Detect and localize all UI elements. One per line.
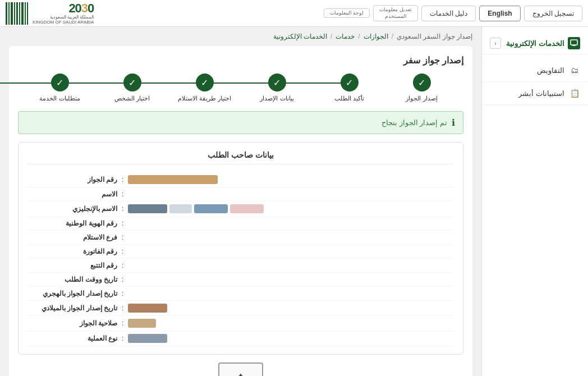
- svg-rect-7: [25, 2, 26, 25]
- step-label-1: متطلبات الخدمة: [39, 95, 80, 102]
- sidebar-item-absher[interactable]: 📋 استبيانات أبشر: [482, 82, 588, 105]
- branch-label: فرع الاستلام: [27, 233, 117, 241]
- svg-rect-6: [21, 2, 24, 25]
- data-row-issue-miladi: : تاريخ إصدار الجواز بالميلادي: [27, 301, 454, 316]
- sidebar-header-icon: [568, 37, 580, 49]
- breadcrumb-link-3[interactable]: الجوازات: [364, 33, 388, 40]
- svg-rect-0: [6, 2, 7, 25]
- main-layout: الخدمات الإلكترونية ‹ 🗂 التفاويض 📋 استبي…: [0, 27, 588, 376]
- svg-rect-1: [8, 2, 10, 25]
- operation-type-label: نوع العملية: [27, 334, 117, 342]
- passport-num-value: [128, 175, 218, 184]
- operation-type-value: [128, 334, 167, 343]
- data-row-issue-hijri: : تاريخ إصدار الجواز بالهجري: [27, 287, 454, 301]
- stepper: ✓ إصدار الجواز ✓ تأكيد الطلب ✓ بيانات ال…: [18, 74, 463, 102]
- step-6: ✓ إصدار الجواز: [385, 74, 458, 102]
- step-4: ✓ بيانات الإصدار: [241, 74, 313, 102]
- data-card: بيانات صاحب الطلب : رقم الجواز : الاسم: [18, 142, 463, 355]
- services-guide-button[interactable]: دليل الخدمات: [421, 6, 476, 21]
- step-1: ✓ متطلبات الخدمة: [24, 74, 96, 102]
- data-row-name-en: : الاسم بالإنجليزي: [27, 201, 454, 217]
- issue-miladi-label: تاريخ إصدار الجواز بالميلادي: [27, 304, 117, 312]
- sidebar: الخدمات الإلكترونية ‹ 🗂 التفاويض 📋 استبي…: [481, 27, 588, 376]
- svg-rect-4: [16, 2, 18, 25]
- svg-rect-3: [14, 2, 15, 25]
- name-en-label: الاسم بالإنجليزي: [27, 205, 117, 213]
- svg-rect-2: [11, 2, 13, 25]
- issue-hijri-label: تاريخ إصدار الجواز بالهجري: [27, 290, 117, 297]
- edit-user-button[interactable]: تعديل معلومات المستخدم: [373, 5, 418, 21]
- id-num-label: رقم الهوية الوطنية: [27, 219, 117, 227]
- passport-num-label: رقم الجواز: [27, 176, 117, 184]
- electronic-services-icon: [570, 39, 578, 47]
- success-banner: ℹ تم إصدار الجواز بنجاح: [18, 111, 463, 134]
- step-label-5: تأكيد الطلب: [334, 95, 364, 102]
- data-row-tracking: : رقم التتبع: [27, 259, 454, 273]
- data-row-passport-num: : رقم الجواز: [27, 172, 454, 187]
- step-label-4: بيانات الإصدار: [260, 95, 293, 102]
- data-row-id-num: : رقم الهوية الوطنية: [27, 217, 454, 231]
- data-row-request-date: : تاريخ ووقت الطلب: [27, 273, 454, 287]
- english-button[interactable]: English: [479, 6, 520, 21]
- tracking-label: رقم التتبع: [27, 262, 117, 269]
- step-circle-6: ✓: [413, 74, 431, 91]
- step-circle-3: ✓: [196, 74, 214, 91]
- svg-rect-5: [19, 2, 20, 25]
- step-circle-5: ✓: [341, 74, 359, 91]
- validity-value: [128, 319, 156, 328]
- svg-rect-8: [27, 2, 28, 25]
- page-title: إصدار جواز سفر: [18, 55, 463, 66]
- name-en-value-pink: [230, 204, 264, 213]
- breadcrumb-current: إصدار جواز السفر السعودي: [397, 33, 472, 40]
- sidebar-item-label-tafawud: التفاويض: [537, 66, 564, 75]
- breadcrumb: الخدمات الإلكترونية / خدمات / الجوازات /…: [9, 33, 472, 40]
- invoice-label: رقم الفاتورة: [27, 247, 117, 255]
- kingdom-text-en: KINGDOM OF SAUDI ARABIA: [33, 20, 94, 25]
- sidebar-header: الخدمات الإلكترونية ‹: [482, 33, 588, 54]
- dashboard-button[interactable]: لوحة المعلومات: [324, 8, 370, 19]
- step-circle-4: ✓: [268, 74, 286, 91]
- data-row-name: : الاسم: [27, 187, 454, 201]
- sidebar-collapse-button[interactable]: ‹: [490, 38, 501, 49]
- step-5: ✓ تأكيد الطلب: [313, 74, 385, 102]
- home-btn-container[interactable]: الخروج و العودة إلى القائمة الرئيسية: [190, 363, 292, 376]
- issue-miladi-value: [128, 304, 167, 313]
- kingdom-text-ar: المملكة العربية السعودية: [50, 15, 94, 20]
- step-3: ✓ اختيار طريقة الاستلام: [168, 74, 241, 102]
- breadcrumb-link-2[interactable]: خدمات: [336, 33, 355, 40]
- content-area: الخدمات الإلكترونية / خدمات / الجوازات /…: [0, 27, 481, 376]
- logo-area: 2030 المملكة العربية السعودية KINGDOM OF…: [6, 2, 94, 25]
- absher-icon: 📋: [569, 88, 580, 99]
- step-2: ✓ اختيار الشخص: [96, 74, 168, 102]
- sidebar-item-label-absher: استبيانات أبشر: [518, 89, 564, 98]
- step-label-6: إصدار الجواز: [406, 95, 437, 102]
- name-en-value-dgray: [128, 204, 167, 213]
- name-en-value-lgray: [169, 204, 192, 213]
- step-circle-2: ✓: [123, 74, 141, 91]
- sidebar-item-tafawud[interactable]: 🗂 التفاويض: [482, 59, 588, 82]
- logout-button[interactable]: تسجيل الخروج: [524, 6, 582, 21]
- step-circle-1: ✓: [51, 74, 69, 91]
- sidebar-title: الخدمات الإلكترونية: [506, 39, 564, 48]
- page-card: إصدار جواز سفر ✓ إصدار الجواز ✓ تأكيد ال…: [9, 46, 472, 376]
- saudi-emblem-icon: [227, 368, 255, 376]
- data-card-title: بيانات صاحب الطلب: [27, 150, 454, 164]
- tafawud-icon: 🗂: [569, 65, 580, 76]
- top-nav: تسجيل الخروج English دليل الخدمات تعديل …: [0, 0, 588, 27]
- vision-2030-text: 2030: [68, 2, 94, 15]
- barcode-icon: [6, 2, 28, 25]
- data-row-validity: : صلاحية الجواز: [27, 316, 454, 331]
- name-en-value-blue: [194, 204, 228, 213]
- name-label: الاسم: [27, 190, 117, 198]
- request-date-label: تاريخ ووقت الطلب: [27, 276, 117, 283]
- bottom-section: الخروج و العودة إلى القائمة الرئيسية: [18, 363, 463, 376]
- home-btn-image: [218, 363, 263, 376]
- data-row-branch: : فرع الاستلام: [27, 231, 454, 245]
- name-en-value-group: [128, 204, 264, 213]
- success-text: تم إصدار الجواز بنجاح: [382, 118, 447, 127]
- data-row-operation-type: : نوع العملية: [27, 331, 454, 346]
- breadcrumb-link-1[interactable]: الخدمات الإلكترونية: [273, 33, 327, 40]
- step-label-3: اختيار طريقة الاستلام: [178, 95, 231, 102]
- nav-buttons-right: تسجيل الخروج English دليل الخدمات تعديل …: [324, 5, 582, 21]
- data-row-invoice: : رقم الفاتورة: [27, 245, 454, 259]
